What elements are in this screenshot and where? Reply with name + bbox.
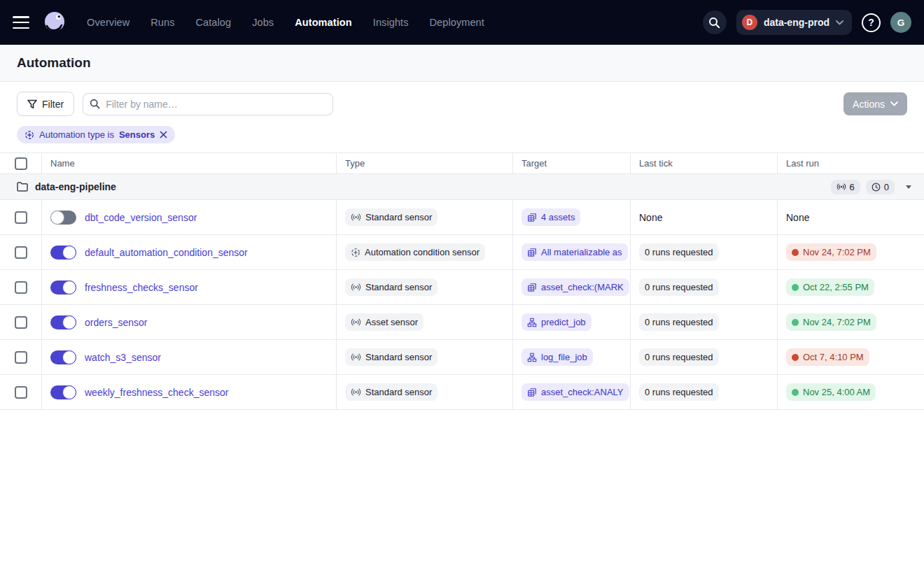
column-header-target: Target <box>513 153 631 173</box>
last-tick-pill: 0 runs requested <box>639 348 719 366</box>
nav-item-catalog[interactable]: Catalog <box>195 17 231 28</box>
nav-item-jobs[interactable]: Jobs <box>252 17 274 28</box>
sensor-name-link[interactable]: freshness_checks_sensor <box>85 282 198 293</box>
last-tick-pill: 0 runs requested <box>639 278 719 296</box>
filter-button[interactable]: Filter <box>17 92 74 116</box>
table-row: watch_s3_sensorStandard sensorlog_file_j… <box>0 340 924 375</box>
chevron-down-icon <box>890 101 898 106</box>
target-pill[interactable]: 4 assets <box>522 208 580 226</box>
active-filters-row: Automation type is Sensors <box>0 125 924 152</box>
job-icon <box>527 318 537 327</box>
asset-icon <box>527 388 537 397</box>
clock-icon <box>872 183 881 192</box>
row-checkbox[interactable] <box>15 386 27 399</box>
select-all-checkbox[interactable] <box>15 157 27 170</box>
chevron-down-icon <box>836 20 844 25</box>
table-row: dbt_code_version_sensorStandard sensor4 … <box>0 200 924 235</box>
deployment-selector[interactable]: D data-eng-prod <box>736 10 852 35</box>
automation-type-icon <box>24 130 34 140</box>
sensor-toggle[interactable] <box>50 281 76 294</box>
status-dot <box>792 284 799 291</box>
column-header-last-run: Last run <box>778 153 924 173</box>
automation-condition-icon <box>351 248 360 257</box>
sensor-toggle[interactable] <box>50 350 76 364</box>
group-schedule-count-badge: 0 <box>866 180 895 194</box>
table-row: freshness_checks_sensorStandard sensoras… <box>0 270 924 305</box>
last-run-pill-success[interactable]: Oct 22, 2:55 PM <box>786 278 874 296</box>
sensor-name-link[interactable]: weekly_freshness_check_sensor <box>85 387 228 398</box>
sensor-toggle[interactable] <box>50 385 76 399</box>
sensor-icon <box>351 388 361 397</box>
type-pill: Asset sensor <box>345 313 424 331</box>
status-dot <box>792 389 799 396</box>
last-run-pill-success[interactable]: Nov 24, 7:02 PM <box>786 313 876 331</box>
type-pill: Standard sensor <box>345 278 438 296</box>
sensor-toggle[interactable] <box>50 211 76 225</box>
group-row[interactable]: data-eng-pipeline 6 0 <box>0 174 924 200</box>
toolbar: Filter Actions <box>0 82 924 125</box>
last-tick-pill: 0 runs requested <box>639 383 719 401</box>
type-pill: Standard sensor <box>345 383 438 401</box>
table-row: weekly_freshness_check_sensorStandard se… <box>0 375 924 410</box>
target-pill[interactable]: asset_check:(MARK <box>522 278 629 296</box>
deployment-name: data-eng-prod <box>764 17 830 28</box>
sensor-toggle[interactable] <box>50 246 76 260</box>
menu-icon[interactable] <box>13 16 29 29</box>
dagster-logo-icon[interactable] <box>41 8 69 36</box>
table-row: orders_sensorAsset sensorpredict_job0 ru… <box>0 305 924 340</box>
last-tick-pill: 0 runs requested <box>639 243 719 261</box>
nav-item-runs[interactable]: Runs <box>150 17 174 28</box>
row-checkbox[interactable] <box>15 316 27 329</box>
nav-item-insights[interactable]: Insights <box>373 17 409 28</box>
sensor-toggle[interactable] <box>50 315 76 329</box>
filter-chip-automation-type[interactable]: Automation type is Sensors <box>17 126 175 143</box>
group-name: data-eng-pipeline <box>35 181 116 192</box>
table-body: dbt_code_version_sensorStandard sensor4 … <box>0 200 924 410</box>
deployment-initial-badge: D <box>742 15 757 30</box>
search-icon[interactable] <box>703 10 727 34</box>
row-checkbox[interactable] <box>15 281 27 294</box>
nav-item-overview[interactable]: Overview <box>87 17 130 28</box>
status-dot <box>792 249 799 256</box>
column-header-last-tick: Last tick <box>631 153 778 173</box>
filter-chip-value: Sensors <box>119 129 155 140</box>
sensor-name-link[interactable]: dbt_code_version_sensor <box>85 212 197 223</box>
search-input[interactable] <box>83 93 333 115</box>
row-checkbox[interactable] <box>15 211 27 224</box>
filter-chip-prefix: Automation type is <box>39 129 114 140</box>
nav-item-deployment[interactable]: Deployment <box>430 17 484 28</box>
row-checkbox[interactable] <box>15 351 27 364</box>
last-run-pill-success[interactable]: Nov 25, 4:00 AM <box>786 383 876 401</box>
target-pill[interactable]: log_file_job <box>522 348 593 366</box>
last-run-pill-failure[interactable]: Oct 7, 4:10 PM <box>786 348 869 366</box>
nav-item-automation[interactable]: Automation <box>295 17 352 28</box>
target-pill[interactable]: All materializable as <box>522 243 628 261</box>
row-checkbox[interactable] <box>15 246 27 259</box>
folder-icon <box>17 182 28 192</box>
job-icon <box>527 353 537 362</box>
help-icon[interactable]: ? <box>862 13 881 32</box>
avatar[interactable]: G <box>890 12 911 33</box>
asset-icon <box>527 283 537 292</box>
last-tick-value: None <box>639 212 662 223</box>
sensor-icon <box>351 318 361 327</box>
asset-icon <box>527 213 537 222</box>
sensor-name-link[interactable]: watch_s3_sensor <box>85 352 161 363</box>
target-pill[interactable]: asset_check:ANALY <box>522 383 629 401</box>
last-run-value: None <box>786 212 809 223</box>
status-dot <box>792 319 799 326</box>
automations-table: Name Type Target Last tick Last run data… <box>0 152 924 410</box>
top-navigation: OverviewRunsCatalogJobsAutomationInsight… <box>0 0 924 45</box>
sensor-icon <box>351 213 361 222</box>
nav-links: OverviewRunsCatalogJobsAutomationInsight… <box>87 17 484 28</box>
type-pill: Standard sensor <box>345 348 438 366</box>
column-header-type: Type <box>337 153 513 173</box>
group-collapse-caret[interactable] <box>906 185 911 189</box>
sensor-name-link[interactable]: orders_sensor <box>85 317 148 328</box>
sensor-name-link[interactable]: default_automation_condition_sensor <box>85 247 248 258</box>
page-title: Automation <box>17 55 907 71</box>
last-run-pill-failure[interactable]: Nov 24, 7:02 PM <box>786 243 876 261</box>
close-icon[interactable] <box>160 131 167 139</box>
target-pill[interactable]: predict_job <box>522 313 592 331</box>
actions-button[interactable]: Actions <box>844 92 907 115</box>
